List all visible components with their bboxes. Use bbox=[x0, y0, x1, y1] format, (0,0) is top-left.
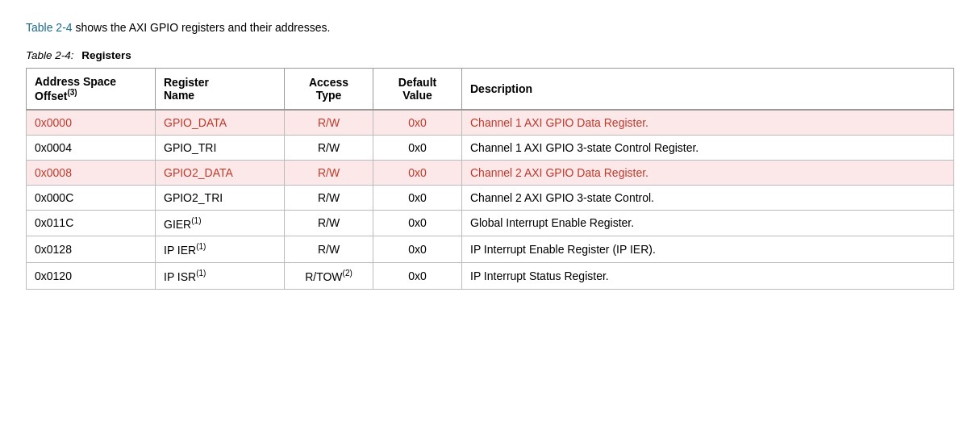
cell-access: R/W bbox=[285, 160, 373, 185]
cell-description: Global Interrupt Enable Register. bbox=[462, 210, 954, 236]
cell-register: IP IER(1) bbox=[156, 236, 285, 263]
cell-address: 0x000C bbox=[27, 185, 156, 210]
table-title: Registers bbox=[81, 49, 131, 61]
header-description: Description bbox=[462, 69, 954, 110]
cell-description: Channel 1 AXI GPIO 3-state Control Regis… bbox=[462, 135, 954, 160]
cell-address: 0x0128 bbox=[27, 236, 156, 263]
cell-register: GPIO2_TRI bbox=[156, 185, 285, 210]
cell-access: R/W bbox=[285, 110, 373, 136]
table-row: 0x0004GPIO_TRIR/W0x0Channel 1 AXI GPIO 3… bbox=[27, 135, 954, 160]
cell-access: R/W bbox=[285, 135, 373, 160]
table-row: 0x0120IP ISR(1)R/TOW(2)0x0IP Interrupt S… bbox=[27, 262, 954, 289]
cell-register: GIER(1) bbox=[156, 210, 285, 236]
cell-address: 0x011C bbox=[27, 210, 156, 236]
table-body: 0x0000GPIO_DATAR/W0x0Channel 1 AXI GPIO … bbox=[27, 110, 954, 289]
header-default: Default Value bbox=[373, 69, 462, 110]
cell-address: 0x0000 bbox=[27, 110, 156, 136]
cell-default: 0x0 bbox=[373, 210, 462, 236]
cell-default: 0x0 bbox=[373, 110, 462, 136]
table-caption: Table 2-4: Registers bbox=[26, 49, 954, 61]
cell-address: 0x0008 bbox=[27, 160, 156, 185]
intro-text-after: shows the AXI GPIO registers and their a… bbox=[75, 21, 330, 34]
header-address: Address Space Offset(3) bbox=[27, 69, 156, 110]
table-row: 0x0128IP IER(1)R/W0x0IP Interrupt Enable… bbox=[27, 236, 954, 263]
cell-address: 0x0120 bbox=[27, 262, 156, 289]
cell-description: Channel 1 AXI GPIO Data Register. bbox=[462, 110, 954, 136]
cell-description: IP Interrupt Enable Register (IP IER). bbox=[462, 236, 954, 263]
cell-default: 0x0 bbox=[373, 160, 462, 185]
cell-register: GPIO_DATA bbox=[156, 110, 285, 136]
registers-table: Address Space Offset(3) Register Name Ac… bbox=[26, 68, 954, 290]
table-row: 0x0000GPIO_DATAR/W0x0Channel 1 AXI GPIO … bbox=[27, 110, 954, 136]
cell-description: Channel 2 AXI GPIO Data Register. bbox=[462, 160, 954, 185]
cell-access: R/W bbox=[285, 210, 373, 236]
table-header-row: Address Space Offset(3) Register Name Ac… bbox=[27, 69, 954, 110]
table-row: 0x011CGIER(1)R/W0x0Global Interrupt Enab… bbox=[27, 210, 954, 236]
intro-paragraph: Table 2-4 shows the AXI GPIO registers a… bbox=[26, 19, 954, 36]
cell-access: R/TOW(2) bbox=[285, 262, 373, 289]
table-row: 0x000CGPIO2_TRIR/W0x0Channel 2 AXI GPIO … bbox=[27, 185, 954, 210]
cell-register: IP ISR(1) bbox=[156, 262, 285, 289]
cell-address: 0x0004 bbox=[27, 135, 156, 160]
cell-access: R/W bbox=[285, 185, 373, 210]
cell-default: 0x0 bbox=[373, 236, 462, 263]
cell-default: 0x0 bbox=[373, 262, 462, 289]
cell-default: 0x0 bbox=[373, 135, 462, 160]
cell-register: GPIO_TRI bbox=[156, 135, 285, 160]
cell-access: R/W bbox=[285, 236, 373, 263]
cell-description: Channel 2 AXI GPIO 3-state Control. bbox=[462, 185, 954, 210]
table-label: Table 2-4: bbox=[26, 49, 74, 61]
cell-register: GPIO2_DATA bbox=[156, 160, 285, 185]
header-register: Register Name bbox=[156, 69, 285, 110]
cell-description: IP Interrupt Status Register. bbox=[462, 262, 954, 289]
table-row: 0x0008GPIO2_DATAR/W0x0Channel 2 AXI GPIO… bbox=[27, 160, 954, 185]
header-access: Access Type bbox=[285, 69, 373, 110]
table-reference-link[interactable]: Table 2-4 bbox=[26, 21, 73, 34]
cell-default: 0x0 bbox=[373, 185, 462, 210]
